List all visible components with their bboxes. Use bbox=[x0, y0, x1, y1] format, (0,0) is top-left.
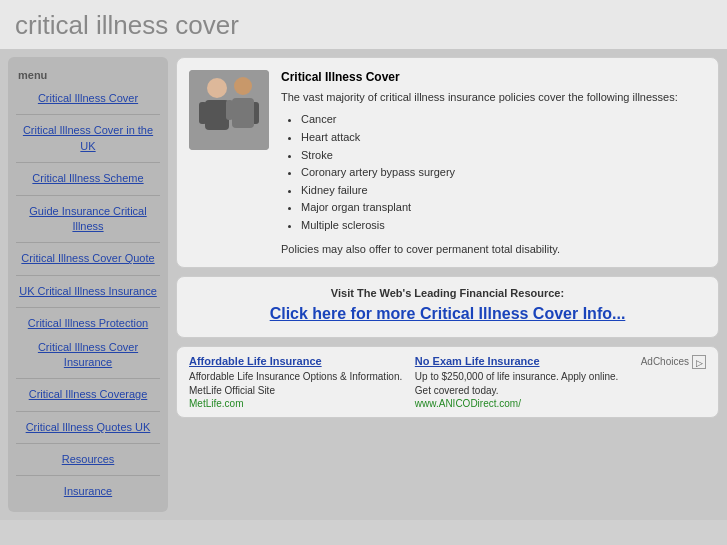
sidebar-item-4[interactable]: Critical Illness Cover Quote bbox=[8, 247, 168, 270]
sidebar: menu Critical Illness Cover Critical Ill… bbox=[8, 57, 168, 512]
main-layout: menu Critical Illness Cover Critical Ill… bbox=[0, 49, 727, 520]
card-description: The vast majority of critical illness in… bbox=[281, 90, 706, 105]
ad2-description: Up to $250,000 of life insurance. Apply … bbox=[415, 370, 633, 398]
sidebar-item-10[interactable]: Resources bbox=[8, 448, 168, 471]
sidebar-item-11[interactable]: Insurance bbox=[8, 480, 168, 503]
sidebar-item-0[interactable]: Critical Illness Cover bbox=[8, 87, 168, 110]
divider-2 bbox=[16, 195, 160, 196]
ad-banner-card: Visit The Web's Leading Financial Resour… bbox=[176, 276, 719, 338]
divider-7 bbox=[16, 378, 160, 379]
adchoices[interactable]: AdChoices ▷ bbox=[641, 355, 706, 369]
card-top: Critical Illness Cover The vast majority… bbox=[189, 70, 706, 255]
ad-banner-link[interactable]: Click here for more Critical Illness Cov… bbox=[189, 305, 706, 323]
adchoices-label: AdChoices bbox=[641, 356, 689, 367]
divider-1 bbox=[16, 162, 160, 163]
divider-0 bbox=[16, 114, 160, 115]
card-text: Critical Illness Cover The vast majority… bbox=[281, 70, 706, 255]
sidebar-item-1[interactable]: Critical Illness Cover in the UK bbox=[8, 119, 168, 158]
list-item-1: Heart attack bbox=[301, 129, 706, 147]
ad-col-2: No Exam Life Insurance Up to $250,000 of… bbox=[415, 355, 633, 409]
svg-point-1 bbox=[207, 78, 227, 98]
adchoices-icon: ▷ bbox=[692, 355, 706, 369]
list-item-4: Kidney failure bbox=[301, 182, 706, 200]
ad2-title[interactable]: No Exam Life Insurance bbox=[415, 355, 633, 367]
svg-rect-2 bbox=[205, 100, 229, 130]
sidebar-item-5[interactable]: UK Critical Illness Insurance bbox=[8, 280, 168, 303]
list-item-6: Multiple sclerosis bbox=[301, 217, 706, 235]
sidebar-item-2[interactable]: Critical Illness Scheme bbox=[8, 167, 168, 190]
ad1-description: Affordable Life Insurance Options & Info… bbox=[189, 370, 407, 398]
page-wrapper: critical illness cover menu Critical Ill… bbox=[0, 0, 727, 520]
card-title: Critical Illness Cover bbox=[281, 70, 706, 84]
divider-3 bbox=[16, 242, 160, 243]
content-area: Critical Illness Cover The vast majority… bbox=[176, 57, 719, 512]
svg-rect-3 bbox=[199, 102, 207, 124]
divider-8 bbox=[16, 411, 160, 412]
card-image bbox=[189, 70, 269, 150]
page-header: critical illness cover bbox=[0, 0, 727, 49]
bottom-ads: Affordable Life Insurance Affordable Lif… bbox=[176, 346, 719, 418]
ad-col-1: Affordable Life Insurance Affordable Lif… bbox=[189, 355, 407, 409]
ad1-url: MetLife.com bbox=[189, 398, 407, 409]
list-item-5: Major organ transplant bbox=[301, 199, 706, 217]
svg-rect-7 bbox=[226, 100, 233, 120]
list-item-2: Stroke bbox=[301, 147, 706, 165]
ad1-title[interactable]: Affordable Life Insurance bbox=[189, 355, 407, 367]
sidebar-item-9[interactable]: Critical Illness Quotes UK bbox=[8, 416, 168, 439]
main-info-card: Critical Illness Cover The vast majority… bbox=[176, 57, 719, 268]
divider-4 bbox=[16, 275, 160, 276]
card-footer: Policies may also offer to cover permane… bbox=[281, 243, 706, 255]
list-item-0: Cancer bbox=[301, 111, 706, 129]
illness-list: Cancer Heart attack Stroke Coronary arte… bbox=[281, 111, 706, 234]
sidebar-item-7[interactable]: Critical Illness Cover Insurance bbox=[8, 336, 168, 375]
list-item-3: Coronary artery bypass surgery bbox=[301, 164, 706, 182]
ad2-url: www.ANICODirect.com/ bbox=[415, 398, 633, 409]
page-title: critical illness cover bbox=[15, 10, 239, 40]
divider-5 bbox=[16, 307, 160, 308]
sidebar-item-8[interactable]: Critical Illness Coverage bbox=[8, 383, 168, 406]
svg-point-5 bbox=[234, 77, 252, 95]
divider-9 bbox=[16, 443, 160, 444]
divider-10 bbox=[16, 475, 160, 476]
sidebar-item-6[interactable]: Critical Illness Protection bbox=[8, 312, 168, 335]
sidebar-menu-label: menu bbox=[8, 65, 168, 87]
svg-rect-6 bbox=[232, 98, 254, 128]
sidebar-item-3[interactable]: Guide Insurance Critical Illness bbox=[8, 200, 168, 239]
ad-banner-top-text: Visit The Web's Leading Financial Resour… bbox=[189, 287, 706, 299]
